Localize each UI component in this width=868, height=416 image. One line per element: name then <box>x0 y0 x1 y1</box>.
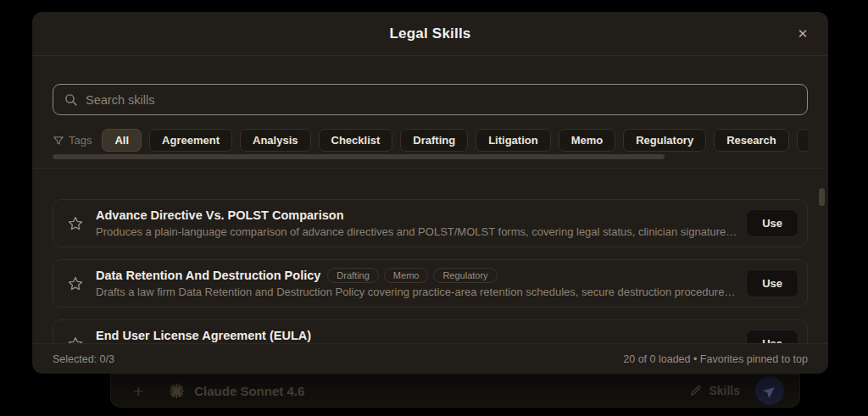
tag-filter[interactable]: Drafting <box>400 129 468 152</box>
skill-content: End User License Agreement (EULA) <box>96 327 737 343</box>
scrollbar-thumb[interactable] <box>53 154 665 159</box>
tags-caption: Tags <box>53 134 92 147</box>
skills-button[interactable]: Skills <box>689 384 740 397</box>
skill-card[interactable]: Data Retention And Destruction Policy Dr… <box>53 259 808 308</box>
send-button[interactable] <box>755 376 784 405</box>
modal-footer: Selected: 0/3 20 of 0 loaded • Favorites… <box>32 343 828 374</box>
paper-plane-icon <box>760 381 778 399</box>
search-input[interactable] <box>86 93 797 107</box>
tag-filter[interactable]: Research <box>714 129 789 152</box>
pen-icon <box>689 384 703 397</box>
use-button[interactable]: Use <box>746 269 798 297</box>
tag-filter[interactable]: Summarization <box>797 129 808 152</box>
tag-filter-list: Tags AllAgreementAnalysisChecklistDrafti… <box>53 128 808 153</box>
skill-tag: Drafting <box>327 268 379 283</box>
skill-title: Data Retention And Destruction Policy <box>96 269 320 282</box>
selected-count: Selected: 0/3 <box>53 353 114 365</box>
tag-filter[interactable]: All <box>102 129 142 152</box>
skills-button-label: Skills <box>709 384 740 397</box>
tag-filter[interactable]: Litigation <box>476 129 551 152</box>
skill-content: Data Retention And Destruction Policy Dr… <box>96 267 737 300</box>
tag-filter[interactable]: Checklist <box>319 129 393 152</box>
tag-filter[interactable]: Memo <box>559 129 616 152</box>
modal-title: Legal Skills <box>390 25 471 42</box>
model-selector[interactable]: Claude Sonnet 4.6 <box>194 384 304 398</box>
skill-content: Advance Directive Vs. POLST Comparison P… <box>96 207 737 240</box>
skill-title: End User License Agreement (EULA) <box>96 329 311 342</box>
attach-plus-icon[interactable]: + <box>133 382 143 400</box>
close-button[interactable]: ✕ <box>791 22 815 46</box>
skill-card[interactable]: End User License Agreement (EULA) Use <box>53 319 808 343</box>
claude-starburst-icon <box>169 383 185 399</box>
funnel-icon <box>53 135 64 147</box>
tag-filter[interactable]: Agreement <box>149 129 232 152</box>
skill-title: Advance Directive Vs. POLST Comparison <box>96 208 344 222</box>
favorite-star-button[interactable] <box>64 275 87 292</box>
tag-filter[interactable]: Analysis <box>240 129 310 152</box>
skill-description: Drafts a law firm Data Retention and Des… <box>96 285 737 300</box>
list-vertical-scrollbar[interactable] <box>819 188 825 206</box>
load-status: 20 of 0 loaded • Favorites pinned to top <box>623 353 808 365</box>
skill-card[interactable]: Advance Directive Vs. POLST Comparison P… <box>53 199 808 247</box>
skill-tag: Memo <box>384 268 429 283</box>
skill-tag: Regulatory <box>433 268 497 283</box>
tags-label: Tags <box>69 134 92 147</box>
skill-tag-list: DraftingMemoRegulatory <box>327 268 497 283</box>
skill-description: Produces a plain-language comparison of … <box>96 225 737 240</box>
star-icon <box>67 275 84 292</box>
use-button[interactable]: Use <box>746 330 798 343</box>
chat-input-bar: + Claude Sonnet 4.6 Skills <box>110 374 800 408</box>
use-button[interactable]: Use <box>746 209 798 237</box>
search-box[interactable] <box>53 84 808 115</box>
tags-horizontal-scrollbar[interactable] <box>53 154 808 159</box>
star-icon <box>67 336 84 344</box>
legal-skills-modal: Legal Skills ✕ Tags AllAgreementAnalysis… <box>32 12 828 374</box>
skill-list: Advance Directive Vs. POLST Comparison P… <box>32 169 828 343</box>
tag-filter[interactable]: Regulatory <box>623 129 706 152</box>
favorite-star-button[interactable] <box>64 336 87 344</box>
star-icon <box>67 215 84 232</box>
modal-header: Legal Skills ✕ <box>32 12 828 56</box>
search-icon <box>64 92 78 107</box>
favorite-star-button[interactable] <box>64 215 87 232</box>
